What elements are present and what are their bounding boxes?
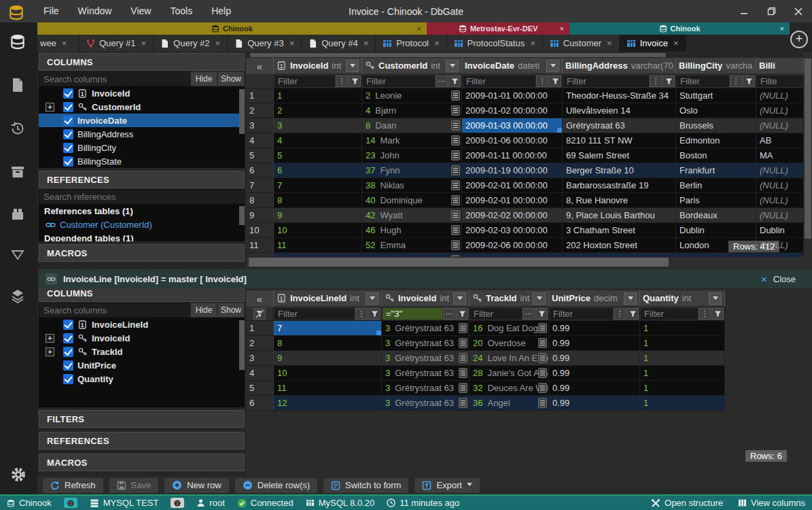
export-button[interactable]: Export <box>414 478 480 493</box>
checkbox-checked-icon[interactable] <box>63 129 73 139</box>
tab-close-icon[interactable]: × <box>530 38 535 48</box>
cell-quantity[interactable]: 1 <box>640 366 725 381</box>
column-menu-icon[interactable] <box>453 292 466 305</box>
cell-invoicedate[interactable]: 2009-01-03 00:00:00 <box>462 118 563 133</box>
row-number[interactable]: 10 <box>246 223 274 238</box>
cell-invoiceid[interactable]: 7 <box>274 178 362 193</box>
column-item-invoiceid[interactable]: 1InvoiceId <box>39 86 245 100</box>
column-item-invoicelineid[interactable]: 1InvoiceLineId <box>39 318 245 331</box>
cell-billingaddress[interactable]: 8, Rue Hanovre <box>563 193 676 208</box>
column-item-unitprice[interactable]: UnitPrice <box>39 358 245 372</box>
cell-quantity[interactable]: 1 <box>640 381 725 396</box>
refresh-button[interactable]: Refresh <box>43 478 103 493</box>
cell-invoiceid[interactable]: 9 <box>274 208 362 223</box>
save-button[interactable]: Save <box>109 478 159 493</box>
cell-unitprice[interactable]: 0.99 <box>549 336 640 351</box>
status-mysql-test[interactable]: MYSQL TEST <box>90 498 159 508</box>
filter-funnel-icon[interactable] <box>711 308 724 320</box>
row-number[interactable]: 1 <box>246 88 274 103</box>
tab-wee[interactable]: wee× <box>37 35 80 52</box>
cell-billingstate[interactable]: AB <box>756 133 804 148</box>
close-icon[interactable] <box>785 0 812 22</box>
cell-invoicelineid[interactable]: 7 <box>274 321 382 336</box>
cell-quantity[interactable]: 1 <box>640 336 725 351</box>
cell-billingaddress[interactable]: 8210 111 ST NW <box>563 133 676 148</box>
close-label[interactable]: Close <box>773 274 796 284</box>
column-header-billi[interactable]: Billi <box>756 58 804 74</box>
cell-invoiceid[interactable]: 3Grétrystraat 63 <box>382 396 470 411</box>
cell-invoicedate[interactable]: 2009-01-19 00:00:00 <box>462 163 563 178</box>
cell-customerid[interactable]: 4Bjørn <box>362 103 462 118</box>
row-number[interactable]: 2 <box>246 103 274 118</box>
document-icon[interactable] <box>538 368 547 378</box>
filter-funnel-icon[interactable] <box>535 308 548 320</box>
checkbox-checked-icon[interactable] <box>63 102 73 112</box>
row-number[interactable]: 8 <box>246 193 274 208</box>
cell-unitprice[interactable]: 0.99 <box>549 321 640 336</box>
cell-unitprice[interactable]: 0.99 <box>549 381 640 396</box>
row-number[interactable]: 1 <box>246 321 274 336</box>
filter-menu-icon[interactable]: ⋯ <box>523 308 535 320</box>
rail-layers-icon[interactable] <box>10 288 28 306</box>
checkbox-checked-icon[interactable] <box>63 320 73 330</box>
cell-invoiceid[interactable]: 3Grétrystraat 63 <box>382 321 470 336</box>
cell-billingaddress[interactable]: 3 Chatham Street <box>563 223 676 238</box>
column-menu-icon[interactable] <box>446 60 459 72</box>
selection-handle[interactable] <box>376 330 381 335</box>
filter-menu-icon[interactable]: ⋮ <box>536 75 548 87</box>
cell-billingcity[interactable]: Paris <box>676 193 756 208</box>
menu-help[interactable]: Help <box>202 0 241 22</box>
checkbox-checked-icon[interactable] <box>63 88 73 99</box>
status-theme-gray[interactable] <box>171 498 184 508</box>
cell-invoiceid[interactable]: 5 <box>274 148 362 163</box>
filter-menu-icon[interactable]: ⋯ <box>443 308 455 320</box>
cell-billingstate[interactable]: (NULL) <box>756 193 804 208</box>
rail-funnel-icon[interactable] <box>10 247 28 265</box>
row-number[interactable]: 6 <box>246 163 274 178</box>
cell-invoiceid[interactable]: 4 <box>274 133 362 148</box>
document-icon[interactable] <box>538 353 547 363</box>
row-number[interactable]: 11 <box>246 238 274 253</box>
cell-invoicelineid[interactable]: 9 <box>274 351 382 366</box>
cell-customerid[interactable]: 14Mark <box>362 133 462 148</box>
column-header-billingaddress[interactable]: BillingAddressvarchar(70 <box>563 58 676 74</box>
cell-invoicedate[interactable]: 2009-02-01 00:00:00 <box>462 193 563 208</box>
tab-group-chinook[interactable]: Chinook× <box>37 22 427 35</box>
document-icon[interactable] <box>451 165 460 175</box>
new-row-button[interactable]: New row <box>164 478 229 493</box>
filter-menu-icon[interactable]: ⋮ <box>614 308 626 320</box>
cell-customerid[interactable]: 42Wyatt <box>362 208 462 223</box>
filter-funnel-icon[interactable] <box>743 75 755 87</box>
column-item-invoiceid[interactable]: +InvoiceId <box>39 331 245 345</box>
cell-trackid[interactable]: 28Janie's Got A Gun <box>470 366 549 381</box>
cell-invoicelineid[interactable]: 12 <box>274 396 382 411</box>
cell-billingstate[interactable]: (NULL) <box>756 118 804 133</box>
tab-customer[interactable]: Customer× <box>543 35 620 52</box>
filter-input-billingaddress[interactable]: Filter <box>563 75 649 87</box>
filter-input-invoicelineid[interactable]: Filter <box>275 308 355 320</box>
switch-to-form-button[interactable]: Switch to form <box>323 478 408 493</box>
filter-input-billi[interactable]: Filte <box>757 75 802 87</box>
document-icon[interactable] <box>451 225 460 235</box>
tab-close-icon[interactable]: × <box>141 38 146 48</box>
scrollbar-thumb[interactable] <box>239 206 245 225</box>
scrollbar-thumb[interactable] <box>249 258 669 267</box>
cell-invoiceid[interactable]: 8 <box>274 193 362 208</box>
status-theme-teal[interactable] <box>64 498 77 508</box>
column-header-billingcity[interactable]: BillingCityvarcha <box>676 58 756 74</box>
cell-customerid[interactable]: 52Emma <box>362 238 462 253</box>
filter-funnel-icon[interactable] <box>663 75 675 87</box>
cell-customerid[interactable]: 8Daan <box>362 118 462 133</box>
document-icon[interactable] <box>451 240 460 250</box>
filter-funnel-icon[interactable] <box>349 75 361 87</box>
row-number[interactable]: 9 <box>246 208 274 223</box>
document-icon[interactable] <box>451 180 460 190</box>
cell-quantity[interactable]: 1 <box>640 351 725 366</box>
column-item-billingcity[interactable]: BillingCity <box>39 141 245 154</box>
filter-input-billingcity[interactable]: Filter <box>677 75 729 87</box>
cell-billingaddress[interactable]: 202 Hoxton Street <box>563 238 676 253</box>
cell-billingstate[interactable]: (NULL) <box>756 208 804 223</box>
cell-billingaddress[interactable]: 69 Salem Street <box>563 148 676 163</box>
rail-database-icon[interactable] <box>10 33 28 52</box>
column-header-unitprice[interactable]: UnitPricedecim <box>549 290 640 307</box>
